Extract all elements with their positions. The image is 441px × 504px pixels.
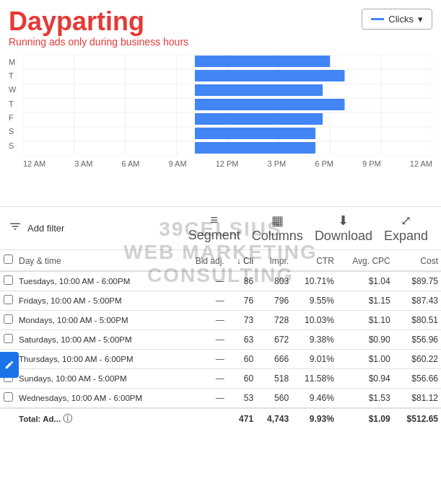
row-impr: 728 bbox=[256, 310, 292, 330]
row-ctr: 9.55% bbox=[292, 291, 337, 310]
row-bid: — bbox=[183, 368, 227, 388]
row-impr: 666 bbox=[256, 349, 292, 368]
row-cpc: $0.90 bbox=[337, 330, 393, 349]
col-header-day-time: Day & time bbox=[16, 250, 183, 271]
total-ctr: 9.93% bbox=[292, 408, 337, 429]
day-label-s2: S bbox=[9, 141, 23, 150]
columns-button[interactable]: ▦ Columns bbox=[248, 211, 307, 245]
row-day-time: Saturdays, 10:00 AM - 5:00PM bbox=[16, 330, 183, 349]
total-cost: $512.65 bbox=[393, 408, 441, 429]
row-cpc: $1.00 bbox=[337, 349, 393, 368]
day-label-m: M bbox=[9, 58, 23, 66]
header: Dayparting Running ads only during busin… bbox=[0, 0, 441, 55]
row-bid: — bbox=[183, 349, 227, 368]
data-table-wrapper: Day & time Bid adj. ↓ Cli Impr. CTR Avg.… bbox=[0, 250, 441, 429]
segment-label: Segment bbox=[188, 228, 240, 243]
time-labels: 12 AM 3 AM 6 AM 9 AM 12 PM 3 PM 6 PM 9 P… bbox=[9, 158, 432, 168]
row-checkbox-2[interactable] bbox=[4, 314, 13, 324]
row-checkbox-cell bbox=[0, 271, 16, 291]
day-label-t1: T bbox=[9, 71, 23, 80]
time-3am: 3 AM bbox=[74, 159, 92, 168]
col-header-cli[interactable]: ↓ Cli bbox=[227, 250, 256, 271]
download-button[interactable]: ⬇ Download bbox=[310, 211, 377, 245]
row-day-time: Mondays, 10:00 AM - 5:00PM bbox=[16, 310, 183, 330]
row-cost: $56.66 bbox=[393, 368, 441, 388]
col-header-bid: Bid adj. bbox=[183, 250, 227, 271]
row-cost: $60.22 bbox=[393, 349, 441, 368]
row-cost: $80.51 bbox=[393, 310, 441, 330]
day-label-w: W bbox=[9, 85, 23, 94]
day-label-f: F bbox=[9, 113, 23, 122]
row-cpc: $1.10 bbox=[337, 310, 393, 330]
row-day-time: Fridays, 10:00 AM - 5:00PM bbox=[16, 291, 183, 310]
filter-icon[interactable] bbox=[9, 220, 22, 236]
row-impr: 560 bbox=[256, 388, 292, 408]
row-impr: 518 bbox=[256, 368, 292, 388]
filter-left: Add filter bbox=[9, 220, 64, 236]
table-header-row: Day & time Bid adj. ↓ Cli Impr. CTR Avg.… bbox=[0, 250, 441, 271]
table-row: Sundays, 10:00 AM - 5:00PM — 60 518 11.5… bbox=[0, 368, 441, 388]
svg-rect-22 bbox=[195, 128, 315, 139]
table-row: Thursdays, 10:00 AM - 6:00PM — 60 666 9.… bbox=[0, 349, 441, 368]
row-impr: 803 bbox=[256, 271, 292, 291]
time-9am: 9 AM bbox=[169, 159, 187, 168]
download-icon: ⬇ bbox=[338, 213, 349, 229]
row-ctr: 9.46% bbox=[292, 388, 337, 408]
day-labels: M T W T F S S bbox=[9, 58, 23, 150]
svg-rect-19 bbox=[195, 84, 323, 96]
row-checkbox-cell bbox=[0, 310, 16, 330]
row-cpc: $1.53 bbox=[337, 388, 393, 408]
time-6am: 6 AM bbox=[121, 159, 139, 168]
clicks-line-icon bbox=[371, 18, 384, 20]
row-cpc: $1.04 bbox=[337, 271, 393, 291]
clicks-dropdown-button[interactable]: Clicks ▾ bbox=[362, 9, 432, 30]
row-cli: 76 bbox=[227, 291, 256, 310]
header-checkbox-cell bbox=[0, 250, 16, 271]
time-6pm: 6 PM bbox=[315, 159, 333, 168]
filter-actions: ≡ Segment ▦ Columns ⬇ Download ⤢ Expand bbox=[184, 211, 432, 245]
col-header-impr: Impr. bbox=[256, 250, 292, 271]
row-ctr: 9.38% bbox=[292, 330, 337, 349]
row-cost: $89.75 bbox=[393, 271, 441, 291]
row-cli: 60 bbox=[227, 368, 256, 388]
row-checkbox-1[interactable] bbox=[4, 295, 13, 304]
row-ctr: 10.03% bbox=[292, 310, 337, 330]
time-12pm: 12 PM bbox=[216, 159, 239, 168]
row-cpc: $0.94 bbox=[337, 368, 393, 388]
expand-icon: ⤢ bbox=[401, 213, 411, 229]
filter-bar: Add filter ≡ Segment ▦ Columns ⬇ Downloa… bbox=[0, 206, 441, 250]
time-12am-end: 12 AM bbox=[410, 159, 432, 168]
row-checkbox-cell bbox=[0, 330, 16, 349]
total-checkbox-cell bbox=[0, 408, 16, 429]
table-row: Fridays, 10:00 AM - 5:00PM — 76 796 9.55… bbox=[0, 291, 441, 310]
row-ctr: 10.71% bbox=[292, 271, 337, 291]
table-row: Wednesdays, 10:00 AM - 6:00PM — 53 560 9… bbox=[0, 388, 441, 408]
chart-area: M T W T F S S bbox=[0, 55, 441, 177]
row-checkbox-0[interactable] bbox=[4, 275, 13, 285]
row-checkbox-3[interactable] bbox=[4, 334, 13, 343]
svg-rect-18 bbox=[195, 70, 345, 81]
info-icon[interactable]: ⓘ bbox=[63, 413, 72, 424]
columns-icon: ▦ bbox=[271, 213, 284, 229]
row-checkbox-cell bbox=[0, 291, 16, 310]
total-impr: 4,743 bbox=[256, 408, 292, 429]
page-subtitle: Running ads only during business hours bbox=[9, 36, 432, 48]
table-row: Tuesdays, 10:00 AM - 6:00PM — 86 803 10.… bbox=[0, 271, 441, 291]
svg-rect-17 bbox=[195, 56, 330, 67]
row-cli: 60 bbox=[227, 349, 256, 368]
row-cost: $81.12 bbox=[393, 388, 441, 408]
day-label-s1: S bbox=[9, 127, 23, 136]
row-bid: — bbox=[183, 330, 227, 349]
expand-label: Expand bbox=[384, 229, 428, 244]
add-filter-label[interactable]: Add filter bbox=[27, 223, 64, 234]
segment-button[interactable]: ≡ Segment bbox=[184, 211, 245, 244]
table-row: Mondays, 10:00 AM - 5:00PM — 73 728 10.0… bbox=[0, 310, 441, 330]
expand-button[interactable]: ⤢ Expand bbox=[380, 211, 432, 245]
row-bid: — bbox=[183, 310, 227, 330]
select-all-checkbox[interactable] bbox=[4, 255, 13, 264]
total-cpc: $1.09 bbox=[337, 408, 393, 429]
row-checkbox-6[interactable] bbox=[4, 392, 13, 402]
chart-svg bbox=[23, 55, 432, 156]
edit-button[interactable] bbox=[0, 352, 19, 378]
row-cpc: $1.15 bbox=[337, 291, 393, 310]
